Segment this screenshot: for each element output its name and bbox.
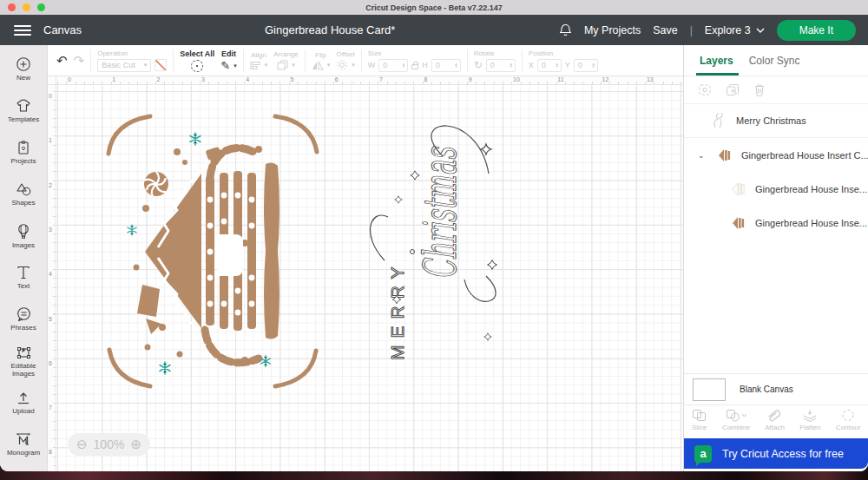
- select-all-icon[interactable]: [191, 60, 203, 72]
- redo-button[interactable]: ↷: [74, 55, 85, 67]
- ruler-number: 0: [49, 93, 52, 99]
- minimize-window-button[interactable]: [23, 3, 30, 11]
- christmas-text: Christmas: [414, 147, 466, 279]
- width-input[interactable]: 0: [378, 59, 408, 72]
- card-corner-arc: [109, 350, 150, 386]
- height-stepper[interactable]: [454, 62, 457, 69]
- canvas-artwork[interactable]: MERRY Christmas: [61, 108, 529, 404]
- monogram-icon: [15, 431, 32, 447]
- flourish-swash: [371, 215, 388, 260]
- zoom-out-button[interactable]: ⊖: [76, 437, 88, 452]
- layer-label: Gingerbread House Inse...: [755, 218, 867, 228]
- new-icon: [16, 56, 31, 72]
- operation-dropdown[interactable]: Basic Cut▾: [97, 59, 151, 72]
- select-all-group[interactable]: Select All: [180, 49, 214, 72]
- blank-canvas-row[interactable]: Blank Canvas: [684, 373, 868, 405]
- my-projects-link[interactable]: My Projects: [584, 24, 641, 36]
- notifications-bell-icon[interactable]: [559, 23, 572, 37]
- close-window-button[interactable]: [8, 3, 16, 11]
- offset-group[interactable]: Offset ▾: [336, 50, 355, 70]
- ruler-number: 10: [513, 76, 520, 82]
- sidebar-item-shapes[interactable]: Shapes: [0, 174, 47, 215]
- sidebar-item-phrases[interactable]: Phrases: [0, 299, 47, 340]
- design-canvas[interactable]: 012345678910111213 012345678: [48, 76, 683, 471]
- rotate-icon[interactable]: ↻: [474, 59, 483, 71]
- canvas-nav-label[interactable]: Canvas: [43, 23, 82, 36]
- merry-christmas-group: MERRY Christmas: [371, 126, 496, 360]
- tab-layers[interactable]: Layers: [684, 45, 733, 76]
- collapse-chevron-icon[interactable]: ⌄: [698, 151, 707, 160]
- layer-row-gingerbread-sub1[interactable]: Gingerbread House Inse...: [684, 172, 868, 206]
- x-stepper[interactable]: [555, 62, 558, 69]
- sidebar-item-text[interactable]: Text: [0, 257, 47, 299]
- width-axis-label: W: [368, 61, 376, 69]
- cricut-access-banner[interactable]: a Try Cricut Access for free: [684, 438, 868, 469]
- sidebar-item-upload[interactable]: Upload: [0, 382, 47, 424]
- y-axis-label: Y: [565, 61, 570, 69]
- canvas-grid[interactable]: MERRY Christmas: [56, 85, 683, 471]
- sidebar-item-templates[interactable]: Templates: [0, 90, 47, 132]
- undo-button[interactable]: ↶: [56, 55, 68, 67]
- tab-color-sync[interactable]: Color Sync: [733, 45, 800, 76]
- ruler-number: 1: [49, 137, 52, 143]
- edit-pencil-icon[interactable]: ✎: [220, 60, 230, 72]
- rotate-input[interactable]: 0: [486, 59, 516, 72]
- rotate-stepper[interactable]: [509, 62, 512, 69]
- sidebar-item-images[interactable]: Images: [0, 215, 47, 257]
- combine-button[interactable]: Combine: [722, 409, 750, 431]
- lock-aspect-icon[interactable]: [411, 64, 418, 69]
- zoom-in-button[interactable]: ⊕: [130, 437, 141, 452]
- y-stepper[interactable]: [591, 62, 595, 69]
- sidebar-item-editable-images[interactable]: Editable Images: [0, 340, 47, 382]
- ruler-number: 8: [424, 76, 427, 82]
- select-all-label: Select All: [180, 49, 214, 58]
- contour-button[interactable]: Contour: [836, 409, 860, 431]
- sidebar-item-monogram[interactable]: Monogram: [0, 424, 47, 465]
- slice-button[interactable]: Slice: [692, 409, 707, 431]
- flatten-button[interactable]: Flatten: [799, 409, 820, 431]
- save-link[interactable]: Save: [653, 24, 678, 36]
- position-x-input[interactable]: 0: [537, 59, 562, 72]
- make-it-button[interactable]: Make It: [777, 20, 856, 41]
- edit-group[interactable]: Edit ✎▾: [220, 49, 236, 72]
- images-icon: [16, 223, 31, 240]
- sidebar-item-projects[interactable]: Projects: [0, 132, 47, 174]
- layer-row-merry-christmas[interactable]: Merry Christmas: [684, 104, 868, 138]
- screen: Cricut Design Space - Beta v7.22.147 Can…: [0, 0, 868, 480]
- zoom-level: 100%: [94, 437, 125, 451]
- flip-group[interactable]: Flip ▾: [312, 51, 331, 70]
- align-group[interactable]: Align ▾: [250, 51, 268, 70]
- color-swatch[interactable]: [155, 59, 167, 71]
- layers-panel: Layers Color Sync Merry Christmas ⌄: [683, 45, 868, 471]
- upload-icon: [16, 390, 31, 405]
- zoom-window-button[interactable]: [37, 3, 45, 11]
- layer-row-gingerbread-sub2[interactable]: Gingerbread House Inse...: [684, 206, 868, 240]
- flip-label: Flip: [315, 51, 326, 59]
- flatten-icon: [802, 409, 818, 422]
- layer-row-gingerbread-group[interactable]: ⌄ Gingerbread House Insert C...: [684, 138, 868, 172]
- duplicate-icon[interactable]: [726, 83, 740, 96]
- gumdrop-dot: [134, 265, 140, 271]
- position-y-input[interactable]: 0: [574, 59, 598, 72]
- height-input[interactable]: 0: [431, 59, 461, 72]
- trash-icon[interactable]: [753, 83, 766, 96]
- sidebar-label: Templates: [8, 115, 39, 123]
- macos-titlebar: Cricut Design Space - Beta v7.22.147: [0, 0, 868, 15]
- group-select-icon[interactable]: [698, 83, 712, 96]
- zoom-control: ⊖ 100% ⊕: [68, 433, 150, 456]
- candy-cane: [205, 330, 259, 363]
- document-title: Gingerbread House Card*: [265, 23, 395, 36]
- house-door: [217, 234, 243, 276]
- attach-button[interactable]: Attach: [765, 409, 785, 431]
- menu-icon[interactable]: [14, 23, 31, 38]
- machine-select-dropdown[interactable]: Explore 3: [705, 24, 765, 36]
- arrange-group[interactable]: Arrange ▾: [273, 50, 298, 70]
- sidebar-item-new[interactable]: New: [0, 49, 47, 90]
- width-stepper[interactable]: [402, 62, 405, 69]
- app-header: Canvas Gingerbread House Card* My Projec…: [0, 15, 868, 45]
- layer-label: Merry Christmas: [736, 115, 806, 126]
- ruler-number: 8: [49, 449, 52, 455]
- combine-icon: [726, 409, 746, 422]
- layer-tools: [684, 76, 868, 104]
- sidebar-label: Images: [12, 241, 35, 249]
